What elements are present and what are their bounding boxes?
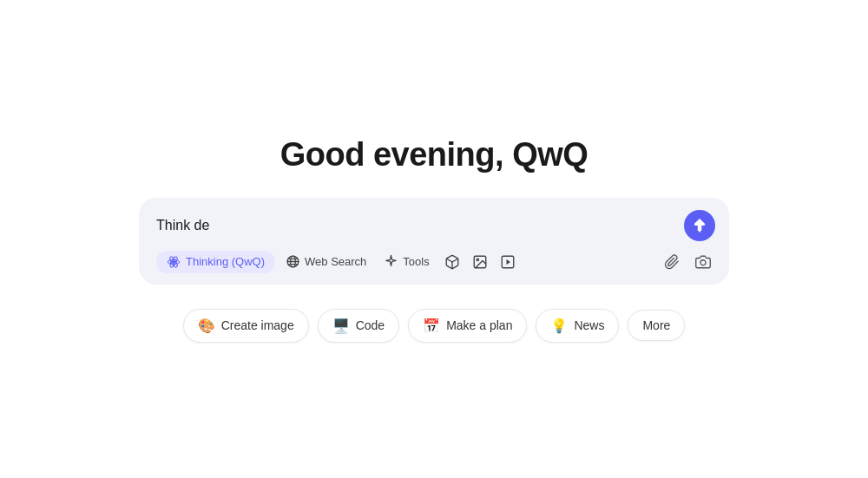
- svg-marker-13: [506, 259, 510, 265]
- search-box: Thinking (QwQ) Web Search: [139, 198, 729, 285]
- code-button[interactable]: 🖥️ Code: [318, 309, 399, 343]
- sparkle-icon: [384, 254, 398, 269]
- toolbar-row: Thinking (QwQ) Web Search: [156, 250, 715, 274]
- send-icon: [692, 218, 707, 233]
- toolbar-right: [660, 250, 715, 274]
- code-label: Code: [356, 318, 385, 332]
- search-input-row: [156, 210, 715, 241]
- quick-actions: 🎨 Create image 🖥️ Code 📅 Make a plan 💡 N…: [183, 309, 686, 343]
- thinking-icon: [167, 255, 181, 269]
- code-emoji: 🖥️: [332, 318, 350, 334]
- make-a-plan-label: Make a plan: [446, 318, 512, 332]
- camera-button[interactable]: [691, 250, 715, 274]
- more-label: More: [642, 318, 670, 332]
- svg-point-0: [172, 260, 175, 264]
- paperclip-icon: [664, 254, 680, 270]
- svg-point-14: [700, 259, 706, 265]
- tools-label: Tools: [403, 255, 429, 268]
- attach-button[interactable]: [660, 250, 684, 274]
- make-a-plan-emoji: 📅: [423, 318, 440, 334]
- camera-icon: [695, 254, 711, 270]
- tools-button[interactable]: Tools: [377, 250, 436, 273]
- thinking-badge-label: Thinking (QwQ): [186, 255, 265, 268]
- image-button[interactable]: [468, 250, 492, 274]
- video-button[interactable]: [496, 250, 520, 274]
- news-label: News: [574, 318, 604, 332]
- create-image-label: Create image: [221, 318, 294, 332]
- globe-icon: [286, 254, 300, 269]
- create-image-button[interactable]: 🎨 Create image: [183, 309, 309, 343]
- news-emoji: 💡: [550, 318, 568, 334]
- main-container: Good evening, QwQ: [0, 136, 868, 343]
- send-button[interactable]: [684, 210, 715, 241]
- news-button[interactable]: 💡 News: [536, 309, 619, 343]
- play-icon: [500, 254, 516, 270]
- search-input[interactable]: [156, 218, 684, 233]
- create-image-emoji: 🎨: [198, 318, 215, 334]
- image-icon: [472, 254, 488, 270]
- web-search-button[interactable]: Web Search: [279, 250, 373, 273]
- make-a-plan-button[interactable]: 📅 Make a plan: [408, 309, 527, 343]
- thinking-badge[interactable]: Thinking (QwQ): [156, 251, 275, 273]
- more-button[interactable]: More: [628, 310, 685, 341]
- svg-point-11: [477, 259, 478, 260]
- greeting-heading: Good evening, QwQ: [280, 136, 589, 174]
- toolbar-left: Thinking (QwQ) Web Search: [156, 250, 656, 274]
- web-search-label: Web Search: [305, 255, 366, 268]
- box-icon: [444, 254, 460, 270]
- box-button[interactable]: [440, 250, 464, 274]
